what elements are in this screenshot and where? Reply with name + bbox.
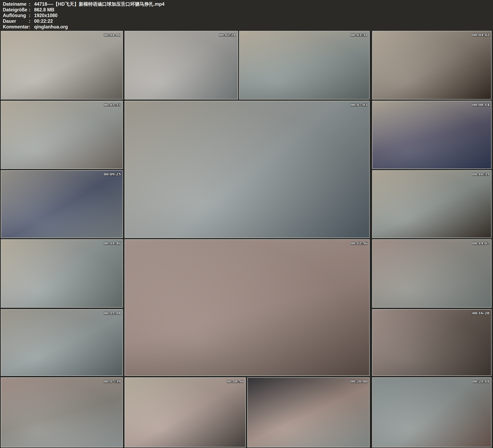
- timestamp-overlay: 00:01:10: [104, 33, 121, 37]
- thumbnail-placeholder: [372, 310, 491, 376]
- resolution-value: 1920x1080: [34, 12, 57, 18]
- timestamp-overlay: 00:15:18: [104, 311, 121, 315]
- thumbnail-placeholder: [125, 101, 369, 238]
- thumbnail-placeholder: [125, 378, 245, 447]
- video-thumbnail-tile: 00:11:46: [1, 239, 123, 308]
- timestamp-overlay: 00:04:42: [472, 33, 489, 37]
- timestamp-overlay: 00:02:21: [219, 33, 236, 37]
- thumbnail-placeholder: [1, 378, 123, 447]
- video-thumbnail-tile: 00:10:35: [372, 170, 492, 238]
- timestamp-overlay: 00:10:35: [472, 172, 489, 176]
- field-label: Dateiname: [3, 1, 29, 7]
- video-thumbnail-tile: 00:07:03: [124, 101, 370, 238]
- thumbnail-placeholder: [372, 240, 491, 307]
- timestamp-overlay: 00:21:11: [472, 379, 489, 383]
- timestamp-overlay: 00:20:00: [350, 379, 368, 383]
- timestamp-overlay: 00:17:39: [104, 379, 121, 383]
- contact-sheet: Dateiname:44718----【HD飞天】新模特语涵口球加压舌口环驷马挣…: [0, 0, 493, 448]
- video-thumbnail-tile: 00:08:14: [372, 101, 492, 169]
- duration-value: 00:22:22: [34, 18, 53, 24]
- file-info-row: Kommentar:qinglanhua.org: [0, 24, 493, 30]
- video-thumbnail-tile: 00:09:25: [1, 170, 123, 238]
- video-thumbnail-tile: 00:20:00: [247, 377, 370, 448]
- thumbnail-placeholder: [372, 171, 491, 238]
- file-info-row: Dateiname:44718----【HD飞天】新模特语涵口球加压舌口环驷马挣…: [0, 1, 493, 7]
- field-label: Dauer: [3, 18, 29, 24]
- timestamp-overlay: 00:16:28: [472, 311, 489, 315]
- video-thumbnail-tile: 00:03:31: [239, 31, 370, 100]
- field-colon: :: [29, 7, 32, 12]
- field-colon: :: [29, 24, 32, 30]
- filename-value: 44718----【HD飞天】新模特语涵口球加压舌口环驷马挣扎.mp4: [34, 1, 165, 7]
- file-info-row: Dateigröße:862.8 MB: [0, 7, 493, 12]
- filesize-value: 862.8 MB: [34, 7, 55, 12]
- video-thumbnail-tile: 00:17:39: [1, 377, 123, 448]
- video-thumbnail-tile: 00:02:21: [124, 31, 238, 100]
- file-info-header: Dateiname:44718----【HD飞天】新模特语涵口球加压舌口环驷马挣…: [0, 0, 493, 31]
- field-label: Dateigröße: [3, 7, 29, 12]
- timestamp-overlay: 00:11:46: [104, 241, 121, 245]
- video-thumbnail-tile: 00:21:11: [372, 377, 492, 448]
- thumbnail-placeholder: [248, 378, 369, 447]
- video-thumbnail-tile: 00:01:10: [1, 31, 123, 100]
- timestamp-overlay: 00:07:03: [350, 103, 368, 107]
- thumbnail-placeholder: [1, 31, 123, 99]
- thumbnail-placeholder: [372, 101, 491, 168]
- thumbnail-placeholder: [1, 310, 123, 376]
- thumbnail-placeholder: [372, 31, 491, 99]
- thumbnail-placeholder: [125, 31, 238, 99]
- video-thumbnail-tile: 00:16:28: [372, 309, 492, 376]
- timestamp-overlay: 00:03:31: [350, 33, 368, 37]
- video-thumbnail-tile: 00:14:07: [372, 239, 492, 308]
- timestamp-overlay: 00:09:25: [104, 172, 121, 176]
- thumbnail-placeholder: [239, 31, 369, 99]
- video-thumbnail-tile: 00:15:18: [1, 309, 123, 376]
- thumbnail-placeholder: [1, 240, 123, 307]
- field-colon: :: [29, 18, 32, 24]
- video-thumbnail-tile: 00:04:42: [372, 31, 492, 100]
- field-label: Kommentar: [3, 24, 29, 30]
- file-info-row: Dauer:00:22:22: [0, 18, 493, 24]
- timestamp-overlay: 00:05:53: [104, 103, 121, 107]
- field-colon: :: [29, 12, 32, 18]
- video-thumbnail-tile: 00:12:56: [124, 239, 370, 376]
- thumbnail-placeholder: [125, 240, 369, 376]
- comment-value: qinglanhua.org: [34, 24, 68, 30]
- thumbnail-placeholder: [1, 171, 123, 238]
- timestamp-overlay: 00:18:50: [226, 379, 244, 383]
- file-info-row: Auflösung:1920x1080: [0, 12, 493, 18]
- thumbnail-placeholder: [1, 101, 123, 168]
- timestamp-overlay: 00:12:56: [350, 241, 368, 245]
- video-thumbnail-tile: 00:18:50: [124, 377, 246, 448]
- timestamp-overlay: 00:08:14: [472, 103, 489, 107]
- timestamp-overlay: 00:14:07: [472, 241, 489, 245]
- field-label: Auflösung: [3, 12, 29, 18]
- video-thumbnail-tile: 00:05:53: [1, 101, 123, 169]
- field-colon: :: [29, 1, 32, 7]
- thumbnail-placeholder: [372, 378, 491, 447]
